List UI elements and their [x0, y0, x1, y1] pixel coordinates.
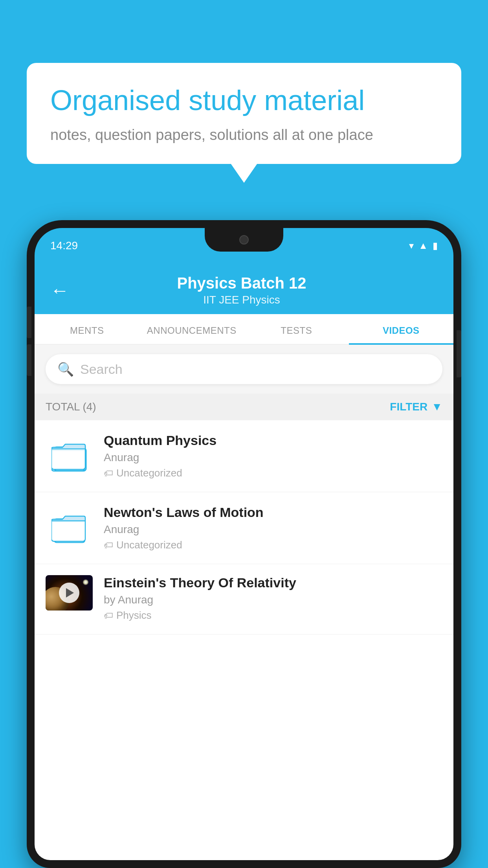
batch-title: Physics Batch 12	[81, 274, 402, 292]
bubble-title: Organised study material	[50, 83, 438, 117]
bubble-subtitle: notes, question papers, solutions all at…	[50, 127, 438, 143]
video-list: Quantum Physics Anurag 🏷 Uncategorized	[35, 420, 453, 634]
list-item[interactable]: Quantum Physics Anurag 🏷 Uncategorized	[35, 420, 453, 492]
tag-label: Uncategorized	[116, 467, 182, 479]
filter-icon: ▼	[431, 401, 442, 413]
side-buttons-right	[457, 330, 461, 377]
tab-tests[interactable]: TESTS	[244, 314, 349, 344]
speech-bubble: Organised study material notes, question…	[27, 63, 461, 164]
item-author: by Anurag	[104, 594, 442, 606]
status-icons: ▾ ▲ ▮	[409, 240, 438, 251]
star-graphic	[83, 579, 89, 585]
filter-bar: TOTAL (4) FILTER ▼	[35, 394, 453, 420]
phone-notch	[205, 228, 283, 252]
play-triangle-icon	[66, 588, 74, 598]
video-thumbnail	[46, 575, 93, 611]
item-info: Einstein's Theory Of Relativity by Anura…	[104, 575, 442, 622]
battery-icon: ▮	[433, 240, 438, 251]
speech-bubble-container: Organised study material notes, question…	[27, 63, 461, 164]
tabs-bar: MENTS ANNOUNCEMENTS TESTS VIDEOS	[35, 314, 453, 345]
folder-icon	[51, 440, 87, 472]
back-button[interactable]: ←	[50, 280, 69, 301]
item-tag: 🏷 Uncategorized	[104, 467, 442, 479]
tag-icon: 🏷	[104, 610, 113, 621]
item-author: Anurag	[104, 451, 442, 464]
item-tag: 🏷 Physics	[104, 609, 442, 622]
item-title: Newton's Laws of Motion	[104, 505, 442, 520]
search-icon: 🔍	[57, 361, 74, 377]
tab-ments[interactable]: MENTS	[35, 314, 139, 344]
list-item[interactable]: Newton's Laws of Motion Anurag 🏷 Uncateg…	[35, 492, 453, 564]
signal-icon: ▲	[418, 240, 428, 251]
list-item[interactable]: Einstein's Theory Of Relativity by Anura…	[35, 564, 453, 634]
tag-icon: 🏷	[104, 468, 113, 479]
tag-label: Uncategorized	[116, 539, 182, 551]
play-button[interactable]	[59, 583, 79, 603]
filter-button[interactable]: FILTER ▼	[390, 401, 442, 413]
tab-videos[interactable]: VIDEOS	[349, 314, 454, 344]
folder-icon	[51, 512, 87, 544]
tag-label: Physics	[116, 609, 152, 622]
item-title: Quantum Physics	[104, 433, 442, 448]
header-title-area: Physics Batch 12 IIT JEE Physics	[81, 274, 402, 306]
phone-frame: 14:29 ▾ ▲ ▮ ← Physics Batch 12 IIT JEE P…	[27, 220, 461, 868]
search-placeholder: Search	[80, 362, 123, 377]
item-tag: 🏷 Uncategorized	[104, 539, 442, 551]
search-bar[interactable]: 🔍 Search	[46, 354, 442, 384]
wifi-icon: ▾	[409, 240, 414, 251]
item-title: Einstein's Theory Of Relativity	[104, 575, 442, 590]
app-header: ← Physics Batch 12 IIT JEE Physics	[35, 263, 453, 314]
phone-screen: ← Physics Batch 12 IIT JEE Physics MENTS…	[35, 263, 453, 860]
folder-icon-wrap	[46, 510, 93, 546]
tag-icon: 🏷	[104, 540, 113, 551]
filter-label: FILTER	[390, 401, 427, 413]
tab-announcements[interactable]: ANNOUNCEMENTS	[139, 314, 244, 344]
search-container: 🔍 Search	[35, 345, 453, 394]
volume-down-button[interactable]	[27, 344, 31, 376]
status-bar: 14:29 ▾ ▲ ▮	[35, 228, 453, 263]
item-author: Anurag	[104, 523, 442, 536]
power-button[interactable]	[457, 330, 461, 377]
folder-icon-wrap	[46, 438, 93, 474]
side-buttons-left	[27, 307, 31, 382]
item-info: Quantum Physics Anurag 🏷 Uncategorized	[104, 433, 442, 479]
camera	[239, 235, 249, 245]
svg-rect-4	[51, 519, 85, 541]
batch-subtitle: IIT JEE Physics	[81, 294, 402, 306]
total-count: TOTAL (4)	[46, 401, 96, 413]
item-info: Newton's Laws of Motion Anurag 🏷 Uncateg…	[104, 505, 442, 551]
volume-up-button[interactable]	[27, 307, 31, 338]
status-time: 14:29	[50, 239, 78, 252]
